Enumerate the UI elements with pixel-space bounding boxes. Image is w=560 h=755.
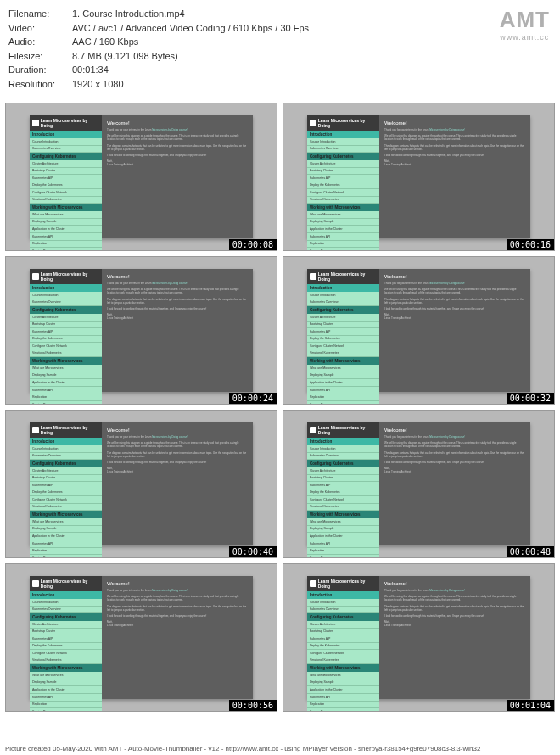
- nav-item: Kubernetes AIP: [307, 175, 379, 182]
- section-header: Introduction: [30, 131, 102, 138]
- nav-item: Deploy the Kubernetes: [307, 182, 379, 190]
- course-logo: Learn Microservices by Doing: [307, 576, 379, 591]
- course-content: Welcome!Thank you for your interest in t…: [102, 422, 253, 545]
- course-logo: Learn Microservices by Doing: [30, 269, 102, 284]
- nav-item: Verational Kubernetes: [30, 657, 102, 665]
- nav-item: Deploying Sample: [30, 219, 102, 226]
- course-screenshot: Learn Microservices by DoingIntroduction…: [30, 115, 253, 238]
- para-3: I look forward to working through this m…: [107, 307, 248, 310]
- section-header: Configuring Kubernetes: [30, 460, 102, 467]
- nav-item: Kubernetes API: [307, 387, 379, 394]
- timestamp: 00:00:16: [507, 239, 554, 250]
- thumbnail-2: Learn Microservices by DoingIntroduction…: [283, 103, 555, 251]
- signature: Matt,Linux Training Architect: [384, 620, 525, 627]
- course-sidebar: Learn Microservices by DoingIntroduction…: [307, 269, 379, 392]
- nav-item: Replication: [307, 702, 379, 709]
- intro-para: Thank you for your interest in the Learn…: [384, 128, 525, 131]
- section-header: Working with Microservices: [307, 204, 379, 211]
- section-header: Configuring Kubernetes: [30, 306, 102, 314]
- nav-item: Kubernetes API: [30, 694, 102, 702]
- nav-item: Kubernetes AIP: [30, 175, 102, 182]
- signature: Matt,Linux Training Architect: [107, 620, 248, 627]
- nav-item: Application in the Cluster: [30, 226, 102, 233]
- welcome-heading: Welcome!: [384, 428, 525, 433]
- nav-item: Replication: [30, 394, 102, 402]
- logo-url: www.amt.cc: [500, 33, 550, 42]
- metadata-header: Filename:1. Course Introduction.mp4 Vide…: [0, 0, 560, 98]
- timestamp: 00:00:32: [507, 393, 554, 404]
- nav-item: Bootstrap Cluster: [307, 168, 379, 176]
- nav-item: Kubernetes API: [307, 233, 379, 241]
- welcome-heading: Welcome!: [107, 428, 248, 433]
- nav-item: Configure Cluster Network: [307, 343, 379, 350]
- course-sidebar: Learn Microservices by DoingIntroduction…: [30, 422, 102, 545]
- para-1: We will be using this diagram as a guide…: [107, 134, 248, 141]
- nav-item: Replication: [30, 702, 102, 709]
- nav-item: Verational Kubernetes: [30, 197, 102, 204]
- nav-item: Replication: [30, 548, 102, 556]
- nav-item: What are Microservices: [307, 365, 379, 372]
- nav-item: Cluster Architecture: [307, 160, 379, 168]
- course-content: Welcome!Thank you for your interest in t…: [102, 269, 253, 392]
- thumbnail-1: Learn Microservices by DoingIntroduction…: [5, 103, 277, 251]
- course-screenshot: Learn Microservices by DoingIntroduction…: [30, 269, 253, 392]
- nav-item: Kubernetes API: [307, 694, 379, 702]
- para-1: We will be using this diagram as a guide…: [384, 134, 525, 141]
- nav-item: Application in the Cluster: [307, 226, 379, 233]
- nav-item: Kubernetes API: [30, 540, 102, 548]
- nav-item: Verational Kubernetes: [30, 350, 102, 358]
- nav-item: Bootstrap Cluster: [30, 168, 102, 176]
- nav-item: Verational Kubernetes: [307, 350, 379, 358]
- course-content: Welcome!Thank you for your interest in t…: [102, 576, 253, 699]
- logo-text: AMT: [500, 7, 550, 33]
- nav-item: Kubernetes Overview: [30, 299, 102, 307]
- filesize-label: Filesize:: [8, 49, 72, 64]
- nav-item: Course Introduction: [30, 292, 102, 299]
- nav-item: Service Discovery: [30, 555, 102, 558]
- intro-para: Thank you for your interest in the Learn…: [107, 435, 248, 439]
- nav-item: Deploying Sample: [307, 372, 379, 380]
- para-2: The diagram contains hotspots that can b…: [107, 451, 248, 458]
- nav-item: Bootstrap Cluster: [307, 629, 379, 636]
- timestamp: 00:01:04: [507, 700, 554, 711]
- para-2: The diagram contains hotspots that can b…: [107, 144, 248, 151]
- timestamp: 00:00:48: [507, 546, 554, 557]
- nav-item: Kubernetes AIP: [307, 635, 379, 643]
- nav-item: Service Discovery: [30, 401, 102, 405]
- para-3: I look forward to working through this m…: [384, 154, 525, 157]
- nav-item: Course Introduction: [307, 292, 379, 299]
- course-screenshot: Learn Microservices by DoingIntroduction…: [307, 576, 530, 699]
- nav-item: Course Introduction: [30, 445, 102, 453]
- nav-item: Course Introduction: [307, 445, 379, 453]
- course-screenshot: Learn Microservices by DoingIntroduction…: [307, 269, 530, 392]
- section-header: Configuring Kubernetes: [30, 153, 102, 160]
- nav-item: Replication: [307, 241, 379, 249]
- para-1: We will be using this diagram as a guide…: [107, 441, 248, 448]
- nav-item: Configure Cluster Network: [30, 189, 102, 197]
- course-content: Welcome!Thank you for your interest in t…: [379, 422, 530, 545]
- filename-value: 1. Course Introduction.mp4: [72, 7, 185, 21]
- nav-item: Configure Cluster Network: [307, 189, 379, 197]
- thumbnail-6: Learn Microservices by DoingIntroduction…: [283, 410, 555, 558]
- nav-item: Service Discovery: [307, 555, 379, 558]
- nav-item: Application in the Cluster: [30, 686, 102, 694]
- filesize-value: 8.7 MB (9.121.098 Bytes): [72, 49, 178, 64]
- nav-item: Verational Kubernetes: [30, 504, 102, 512]
- graduation-cap-icon: [32, 580, 39, 587]
- resolution-label: Resolution:: [8, 77, 72, 92]
- course-logo: Learn Microservices by Doing: [30, 576, 102, 591]
- section-header: Introduction: [307, 438, 379, 445]
- para-2: The diagram contains hotspots that can b…: [107, 298, 248, 305]
- course-screenshot: Learn Microservices by DoingIntroduction…: [307, 422, 530, 545]
- welcome-heading: Welcome!: [107, 120, 248, 126]
- signature: Matt,Linux Training Architect: [107, 313, 248, 320]
- welcome-heading: Welcome!: [384, 274, 525, 279]
- signature: Matt,Linux Training Architect: [384, 467, 525, 473]
- thumbnail-5: Learn Microservices by DoingIntroduction…: [5, 410, 277, 558]
- nav-item: What are Microservices: [30, 518, 102, 526]
- para-3: I look forward to working through this m…: [384, 614, 525, 618]
- course-screenshot: Learn Microservices by DoingIntroduction…: [30, 422, 253, 545]
- course-sidebar: Learn Microservices by DoingIntroduction…: [307, 576, 379, 699]
- graduation-cap-icon: [32, 427, 39, 433]
- course-content: Welcome!Thank you for your interest in t…: [102, 115, 253, 238]
